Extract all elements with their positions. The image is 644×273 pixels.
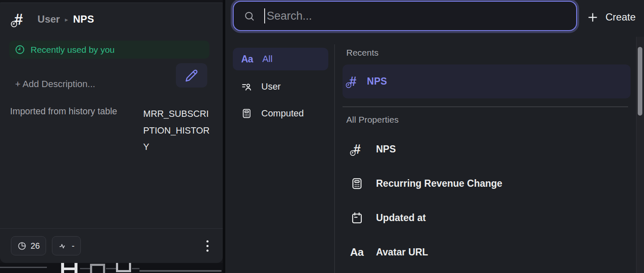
property-detail-panel: # User ▸ NPS Recently used by you + Add …: [0, 3, 223, 263]
list-divider-vertical: [334, 44, 335, 273]
list-divider-horizontal: [343, 106, 628, 107]
recents-section-title: Recents: [346, 48, 379, 58]
recently-used-label: Recently used by you: [31, 45, 115, 55]
clock-overlay-icon: [345, 82, 352, 88]
calendar-icon: [350, 211, 363, 224]
tab-label: User: [261, 81, 281, 92]
search-bar: [233, 1, 577, 31]
text-format-icon: Aa: [350, 246, 363, 259]
property-item-updated-at[interactable]: Updated at: [343, 201, 631, 235]
text-format-icon: Aa: [241, 54, 253, 65]
property-item-nps[interactable]: # NPS: [343, 132, 631, 166]
tab-label: All: [262, 54, 272, 64]
tab-label: Computed: [261, 108, 304, 119]
breadcrumb: User ▸ NPS: [38, 13, 94, 25]
chevron-right-icon: ▸: [65, 16, 68, 23]
background-table-fragment: [0, 263, 223, 273]
create-button[interactable]: Create: [587, 8, 636, 27]
property-item-label: Avatar URL: [376, 247, 428, 258]
recent-item-nps[interactable]: # NPS: [343, 64, 631, 98]
calculator-icon: [350, 177, 363, 190]
add-description-button[interactable]: + Add Description...: [15, 79, 95, 90]
import-source-label: Imported from history table: [10, 106, 117, 117]
trend-value: -: [72, 241, 75, 251]
pencil-icon: [185, 69, 198, 82]
user-list-icon: [241, 81, 252, 92]
search-input[interactable]: [265, 2, 576, 30]
tab-user[interactable]: User: [233, 75, 328, 98]
property-item-avatar-url[interactable]: Aa Avatar URL: [343, 235, 631, 269]
background-strip-top: [0, 0, 223, 3]
count-value: 26: [31, 241, 40, 251]
recent-item-label: NPS: [367, 76, 387, 87]
number-property-time-icon: #: [353, 143, 360, 156]
number-property-time-icon: #: [14, 12, 23, 27]
pie-chart-icon: [17, 241, 27, 251]
more-options-button[interactable]: [203, 237, 212, 255]
page-title: NPS: [73, 13, 94, 25]
calculator-icon: [241, 108, 252, 119]
search-icon: [244, 10, 255, 22]
distribution-count-chip[interactable]: 26: [11, 236, 46, 255]
property-details-screen: # User ▸ NPS Recently used by you + Add …: [0, 0, 644, 273]
recently-used-badge: Recently used by you: [9, 41, 209, 59]
breadcrumb-parent[interactable]: User: [38, 13, 60, 25]
scrollbar-thumb[interactable]: [638, 47, 642, 116]
property-item-recurring-revenue-change[interactable]: Recurring Revenue Change: [343, 166, 631, 201]
all-properties-section-title: All Properties: [346, 115, 399, 125]
panel-header: # User ▸ NPS: [14, 7, 94, 31]
panel-divider: [223, 0, 225, 273]
tab-computed[interactable]: Computed: [233, 102, 328, 125]
clock-overlay-icon: [350, 150, 356, 156]
plus-icon: [587, 12, 598, 23]
trend-chip[interactable]: -: [52, 236, 81, 255]
property-item-label: Recurring Revenue Change: [376, 178, 502, 189]
property-item-label: Updated at: [376, 212, 426, 224]
import-source-table: MRR_SUBSCRIPTION_HISTORY: [143, 106, 210, 156]
property-item-label: NPS: [376, 144, 396, 155]
panel-footer: 26 -: [0, 228, 223, 263]
number-property-time-icon: #: [349, 75, 356, 88]
activity-icon: [58, 241, 68, 251]
tab-all[interactable]: Aa All: [233, 48, 328, 70]
edit-button[interactable]: [176, 63, 207, 88]
clock-icon: [15, 44, 25, 55]
create-label: Create: [605, 11, 636, 23]
clock-overlay-icon: [10, 21, 18, 28]
